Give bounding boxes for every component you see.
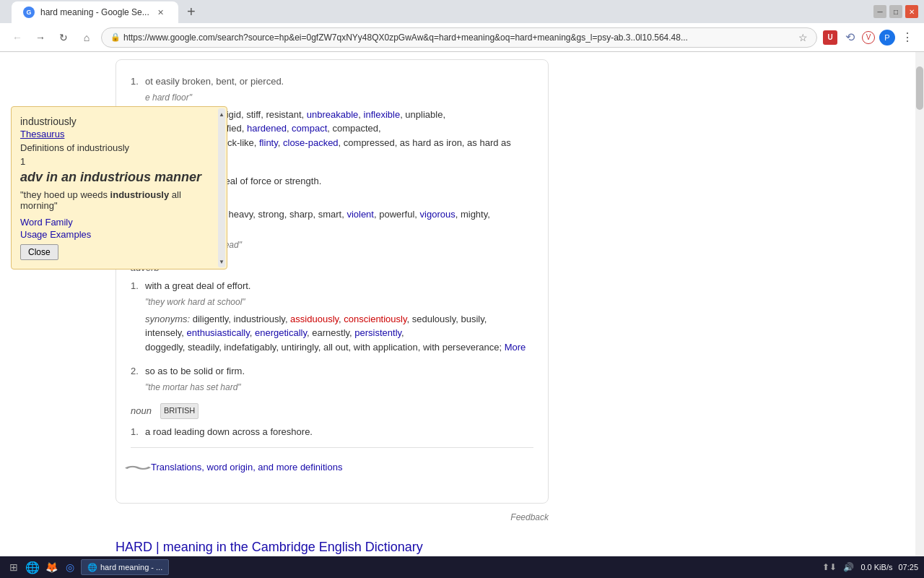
syn-link-unbreakable[interactable]: unbreakable	[307, 109, 359, 120]
taskbar-item-label: hard meaning - ...	[100, 563, 162, 571]
popup-usage-examples-link[interactable]: Usage Examples	[20, 229, 218, 240]
syn-link-hardened[interactable]: hardened	[247, 123, 287, 134]
thesaurus-popup: ▲ ▼ industriously Thesaurus Definitions …	[11, 106, 227, 269]
taskbar: ⊞ 🌐 🦊 ◎ 🌐 hard meaning - ... ⬆⬇ 🔊 0.0 Ki…	[0, 556, 924, 578]
syn-link-enthusiastically[interactable]: enthusiastically	[187, 327, 250, 338]
page-content: ▲ ▼ industriously Thesaurus Definitions …	[0, 52, 924, 556]
noun-def-body-1: a road leading down across a foreshore.	[145, 425, 533, 440]
popup-def-header: Definitions of industriously	[20, 142, 218, 153]
translations-text: Translations, word origin, and more defi…	[151, 460, 342, 475]
def1-text-partial: ot easily broken, bent, or pierced.	[145, 76, 284, 87]
active-tab[interactable]: G hard meaning - Google Se... ✕	[12, 1, 178, 23]
feedback-text[interactable]: Feedback	[116, 512, 549, 522]
syn-link-inflexible[interactable]: inflexible	[364, 109, 401, 120]
taskbar-firefox-icon[interactable]: 🦊	[43, 559, 59, 575]
url-bar[interactable]: 🔒 https://www.google.com/search?source=h…	[101, 27, 817, 48]
noun-label: noun	[131, 404, 152, 419]
bookmark-star-icon[interactable]: ☆	[798, 32, 808, 43]
popup-num: 1	[20, 156, 218, 167]
popup-scroll-up[interactable]: ▲	[219, 110, 225, 118]
noun-section-header: noun BRITISH	[131, 403, 533, 419]
noun-def1-text: a road leading down across a foreshore.	[145, 426, 313, 437]
cambridge-title-link[interactable]: HARD | meaning in the Cambridge English …	[116, 540, 423, 554]
tab-close-btn[interactable]: ✕	[155, 7, 167, 18]
home-button[interactable]: ⌂	[78, 29, 95, 46]
taskbar-active-item[interactable]: 🌐 hard meaning - ...	[81, 559, 169, 575]
popup-word: industriously	[20, 116, 218, 127]
adv-def-item-2: 2. so as to be solid or firm. "the morta…	[131, 364, 533, 394]
syn-link-close-packed[interactable]: close-packed	[283, 137, 339, 148]
popup-scrollbar[interactable]: ▲ ▼	[218, 108, 225, 267]
syn-link-vigorous[interactable]: vigorous	[420, 209, 456, 220]
extension-icon-2[interactable]: ⟲	[842, 30, 858, 46]
adv-def2-text: so as to be solid or firm.	[145, 366, 245, 376]
translations-bar[interactable]: 〜 Translations, word origin, and more de…	[131, 447, 533, 488]
chrome-menu-icon[interactable]: ⋮	[899, 30, 915, 46]
toolbar-icons: U ⟲ V P ⋮	[823, 30, 915, 46]
syn-link-conscientiously[interactable]: conscientiously	[344, 314, 406, 324]
close-btn[interactable]: ✕	[905, 5, 918, 18]
time-display: 07:25	[898, 563, 918, 571]
adverb-definitions-list: 1. with a great deal of effort. "they wo…	[131, 279, 533, 394]
popup-scroll-down[interactable]: ▼	[219, 257, 225, 266]
popup-word-family-link[interactable]: Word Family	[20, 217, 218, 228]
syn-label-adv1: synonyms:	[145, 314, 193, 324]
adv-def-num-2: 2.	[131, 364, 145, 394]
profile-icon[interactable]: P	[879, 30, 895, 46]
adv-def-body-2: so as to be solid or firm. "the mortar h…	[145, 364, 533, 394]
popup-close-button[interactable]: Close	[20, 244, 58, 260]
cambridge-result: HARD | meaning in the Cambridge English …	[116, 534, 901, 556]
thesaurus-link[interactable]: Thesaurus	[20, 129, 218, 139]
popup-quote: "they hoed up weeds industriously all mo…	[20, 189, 218, 211]
title-bar: G hard meaning - Google Se... ✕ + ─ □ ✕	[0, 0, 924, 23]
taskbar-chromium-icon[interactable]: ◎	[62, 559, 78, 575]
popup-pos-desc: adv in an industrious manner	[20, 170, 218, 185]
adv-def-num-1: 1.	[131, 279, 145, 357]
syn-link-violent[interactable]: violent	[346, 209, 374, 220]
adv-def-body-1: with a great deal of effort. "they work …	[145, 279, 533, 357]
page-scrollbar[interactable]	[915, 52, 924, 556]
network-speed-display: 0.0 KiB/s	[860, 563, 892, 571]
adv-def-item-1: 1. with a great deal of effort. "they wo…	[131, 279, 533, 357]
url-text: https://www.google.com/search?source=hp&…	[123, 33, 798, 43]
popup-quote-prefix: "they hoed up weeds	[20, 189, 110, 200]
taskbar-browser1-icon[interactable]: 🌐	[25, 559, 40, 575]
adv-def1-synonyms: synonyms: diligently, industriously, ass…	[145, 312, 533, 355]
syn-text-adv1: diligently, industriously, assiduously, …	[145, 314, 502, 353]
taskbar-sound-icon[interactable]: 🔊	[842, 561, 855, 574]
browser-frame: G hard meaning - Google Se... ✕ + ─ □ ✕ …	[0, 0, 924, 578]
syn-link-flinty[interactable]: flinty	[259, 137, 278, 148]
syn-link-persistently[interactable]: persistently	[354, 327, 401, 338]
def1-example-quote: e hard floor"	[145, 91, 533, 105]
extension-icon-1[interactable]: U	[823, 30, 837, 45]
noun-definitions-list: 1. a road leading down across a foreshor…	[131, 425, 533, 440]
window-controls: ─ □ ✕	[873, 5, 918, 18]
extension-icon-3[interactable]: V	[862, 31, 875, 44]
popup-quote-bold: industriously	[110, 189, 170, 200]
syn-link-energetically[interactable]: energetically	[255, 327, 307, 338]
syn-link-compact[interactable]: compact	[292, 123, 327, 134]
translations-wave-icon: 〜	[123, 457, 152, 480]
tab-title: hard meaning - Google Se...	[40, 7, 149, 17]
forward-button[interactable]: →	[32, 29, 49, 46]
taskbar-apps-icon[interactable]: ⊞	[6, 559, 22, 575]
taskbar-right: ⬆⬇ 🔊 0.0 KiB/s 07:25	[823, 561, 918, 574]
noun-def-num-1: 1.	[131, 425, 145, 440]
adv-more-link[interactable]: More	[505, 342, 526, 353]
lock-icon: 🔒	[110, 33, 121, 42]
scrollbar-thumb[interactable]	[916, 66, 923, 110]
adv-def2-quote: "the mortar has set hard"	[145, 381, 533, 394]
adv-def1-quote: "they work hard at school"	[145, 296, 533, 309]
minimize-btn[interactable]: ─	[873, 5, 886, 18]
taskbar-item-icon: 🌐	[87, 563, 97, 572]
back-button[interactable]: ←	[9, 29, 26, 46]
syn-link-assiduously[interactable]: assiduously	[290, 314, 339, 324]
tab-favicon: G	[23, 7, 35, 18]
refresh-button[interactable]: ↻	[55, 29, 72, 46]
taskbar-network-icon[interactable]: ⬆⬇	[823, 561, 836, 574]
new-tab-btn[interactable]: +	[181, 1, 201, 22]
address-bar: ← → ↻ ⌂ 🔒 https://www.google.com/search?…	[0, 23, 924, 52]
noun-def-item-1: 1. a road leading down across a foreshor…	[131, 425, 533, 440]
british-badge: BRITISH	[160, 403, 199, 419]
maximize-btn[interactable]: □	[889, 5, 902, 18]
